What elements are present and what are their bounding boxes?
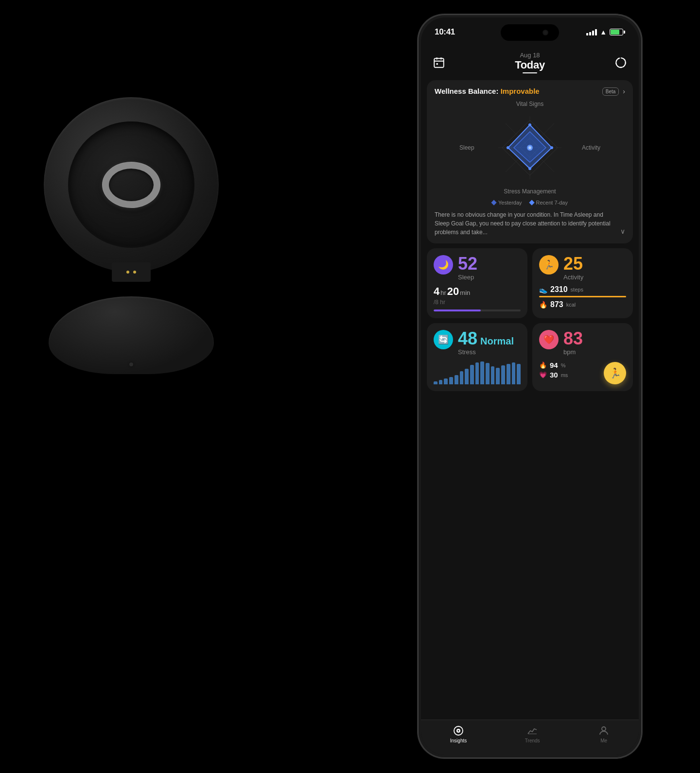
steps-label: steps: [571, 287, 583, 292]
bottom-nav: Insights Trends Me: [421, 720, 639, 755]
sleep-icon: 🌙: [438, 259, 449, 270]
bar-4: [595, 29, 597, 35]
steps-bar: [539, 296, 626, 297]
flame-icon: 🔥: [539, 361, 547, 369]
heart-card-top: ❤️ 83 bpm: [539, 330, 626, 356]
bar-item: [460, 371, 464, 385]
wellness-desc-text: There is no obvious change in your condi…: [435, 210, 617, 237]
me-icon: [598, 725, 610, 737]
svg-point-17: [528, 146, 531, 149]
stress-card[interactable]: 🔄 48 Normal Stress: [427, 323, 527, 391]
sleep-goal: /8 hr: [434, 299, 521, 306]
app-header: Aug 18 Today: [421, 47, 639, 80]
header-date: Aug 18: [520, 52, 540, 59]
heart-score-area: 83 bpm: [563, 330, 583, 356]
bar-item: [480, 361, 484, 385]
radar-svg: [493, 111, 566, 184]
stress-score-area: 48 Normal Stress: [458, 330, 514, 356]
sleep-score-area: 52 Sleep: [458, 255, 477, 281]
readiness-unit: %: [561, 362, 566, 368]
bar-item: [517, 364, 521, 385]
lid-groove: [68, 121, 194, 248]
header-title: Today: [515, 59, 545, 71]
phone-screen: 10:41 ▲: [421, 17, 639, 755]
app-content: Aug 18 Today: [421, 47, 639, 755]
bar-item: [475, 362, 479, 384]
wellness-title: Wellness Balance: Improvable: [435, 87, 540, 95]
activity-fab[interactable]: 🏃: [604, 362, 626, 384]
trends-icon: [526, 725, 538, 737]
svg-rect-4: [437, 63, 438, 65]
svg-point-26: [602, 727, 606, 731]
activity-card-top: 🏃 25 Activity: [539, 255, 626, 281]
legend-recent: Recent 7-day: [530, 200, 568, 206]
radar-chart-container: Vital Signs Sleep: [435, 101, 625, 195]
expand-icon[interactable]: ∨: [620, 226, 625, 237]
sleep-hr-unit: hr: [440, 289, 446, 296]
calendar-icon[interactable]: [431, 54, 447, 71]
trends-label: Trends: [525, 738, 540, 743]
pin-2: [133, 271, 136, 274]
nav-insights[interactable]: Insights: [450, 725, 467, 743]
activity-card[interactable]: 🏃 25 Activity 👟: [532, 248, 633, 318]
nav-trends[interactable]: Trends: [525, 725, 540, 743]
radar-label-vital-signs: Vital Signs: [516, 101, 543, 107]
metrics-grid: 🌙 52 Sleep 4: [427, 248, 633, 391]
bar-item: [501, 365, 505, 384]
svg-rect-0: [434, 58, 444, 67]
title-underline: [523, 72, 537, 73]
chevron-right-icon[interactable]: ›: [623, 87, 625, 95]
stress-icon: 🔄: [438, 334, 449, 345]
wellness-description: There is no obvious change in your condi…: [435, 210, 625, 237]
fire-icon: 🔥: [539, 301, 547, 309]
stress-icon-circle: 🔄: [434, 330, 453, 349]
wifi-icon: ▲: [600, 28, 607, 36]
shoe-icon: 👟: [539, 286, 547, 293]
battery-body: [610, 29, 623, 35]
status-icons: ▲: [586, 28, 625, 36]
sleep-min-unit: min: [460, 289, 470, 296]
sleep-icon-circle: 🌙: [434, 255, 453, 275]
bar-item: [449, 377, 453, 384]
bar-item: [512, 362, 516, 384]
refresh-icon[interactable]: [612, 54, 629, 71]
sleep-label: Sleep: [458, 274, 474, 281]
heart-card[interactable]: ❤️ 83 bpm 🔥 94: [532, 323, 633, 391]
pin-1: [126, 271, 129, 274]
phone-frame: 10:41 ▲: [418, 15, 642, 758]
legend-yesterday: Yesterday: [492, 200, 522, 206]
sleep-score: 52: [458, 255, 477, 273]
battery-tip: [624, 31, 625, 34]
steps-count: 2310: [550, 285, 568, 294]
calories-row: 🔥 873 kcal: [539, 300, 626, 309]
header-date-title: Aug 18 Today: [515, 52, 545, 73]
radar-label-stress: Stress Management: [504, 188, 556, 195]
activity-score: 25: [563, 255, 583, 273]
bar-item: [455, 375, 458, 384]
smart-ring: [102, 162, 160, 208]
beta-badge: Beta: [602, 87, 619, 96]
hrv-icon: 💗: [539, 371, 547, 378]
sleep-card[interactable]: 🌙 52 Sleep 4: [427, 248, 527, 318]
wellness-card[interactable]: Wellness Balance: Improvable Beta ›: [427, 80, 633, 243]
base-indicator: [129, 362, 133, 366]
bar-item: [470, 365, 474, 384]
activity-score-area: 25 Activity: [563, 255, 583, 281]
bar-item: [439, 380, 443, 384]
bar-item: [434, 381, 438, 384]
sleep-progress-fill: [434, 309, 481, 311]
calories-val: 873: [550, 300, 563, 309]
hrv-val: 30: [550, 371, 558, 379]
radar-label-activity: Activity: [576, 144, 600, 151]
svg-rect-25: [528, 734, 537, 734]
heart-bpm: 83: [563, 328, 583, 348]
case-base-area: [39, 267, 224, 374]
svg-point-18: [528, 123, 531, 126]
radar-middle: Sleep: [435, 111, 625, 184]
sleep-minutes: 20: [447, 285, 459, 298]
stress-score-inline: 48 Normal: [458, 330, 514, 347]
sleep-card-top: 🌙 52 Sleep: [434, 255, 521, 281]
nav-me[interactable]: Me: [598, 725, 610, 743]
heart-icon: ❤️: [543, 334, 554, 345]
signal-bars: [586, 29, 597, 35]
